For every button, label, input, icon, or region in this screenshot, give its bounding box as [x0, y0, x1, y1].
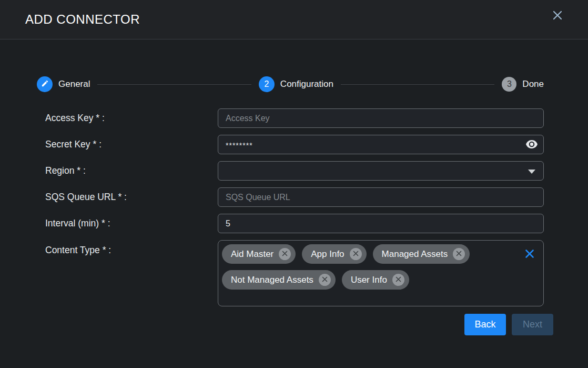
step-done: 3 Done: [502, 77, 544, 92]
step-configuration-label: Configuration: [280, 79, 333, 89]
chip-app-info: App Info: [302, 244, 366, 264]
close-button[interactable]: [550, 8, 565, 23]
step-general[interactable]: General: [37, 76, 90, 92]
access-key-label: Access Key * :: [45, 113, 218, 124]
step-configuration[interactable]: 2 Configuration: [259, 76, 333, 92]
region-label: Region * :: [45, 165, 218, 176]
remove-icon: [282, 250, 288, 258]
remove-chip-button[interactable]: [453, 248, 465, 260]
remove-icon: [396, 276, 401, 284]
close-icon: [552, 9, 563, 23]
modal-header: ADD CONNECTOR: [0, 0, 588, 39]
chip-managed-assets: Managed Assets: [373, 244, 470, 264]
step-done-label: Done: [522, 79, 544, 89]
wizard-footer: Back Next: [0, 314, 553, 335]
region-select[interactable]: [218, 161, 544, 181]
remove-icon: [353, 250, 359, 258]
clear-all-button[interactable]: [524, 248, 535, 260]
secret-key-field[interactable]: [218, 135, 544, 154]
content-type-row: Content Type * : Aid Master App Info: [0, 240, 588, 306]
remove-icon: [322, 276, 328, 284]
step-general-circle: [37, 76, 53, 92]
secret-key-label: Secret Key * :: [45, 139, 218, 150]
page-title: ADD CONNECTOR: [25, 12, 140, 27]
sqs-queue-url-field[interactable]: [218, 187, 544, 207]
sqs-queue-url-row: SQS Queue URL * :: [0, 187, 588, 207]
toggle-password-visibility-button[interactable]: [525, 138, 539, 151]
clear-all-icon: [524, 248, 535, 261]
chevron-down-icon: [528, 170, 535, 174]
interval-label: Interval (min) * :: [45, 218, 218, 229]
content-type-label: Content Type * :: [45, 240, 218, 256]
chip-label: Not Managed Assets: [231, 275, 313, 285]
remove-icon: [456, 250, 462, 258]
chip-label: Aid Master: [231, 249, 273, 260]
step-done-circle: 3: [502, 77, 516, 92]
pencil-icon: [41, 79, 49, 89]
chip-label: Managed Assets: [382, 249, 448, 260]
chip-label: App Info: [311, 249, 344, 260]
remove-chip-button[interactable]: [319, 274, 331, 286]
connector-config-form: Access Key * : Secret Key * : Region * :…: [0, 108, 588, 335]
chip-user-info: User Info: [342, 270, 409, 290]
stepper-connector: [341, 84, 494, 85]
content-type-chip-list: Aid Master App Info: [222, 244, 519, 290]
next-button[interactable]: Next: [512, 314, 553, 335]
interval-field[interactable]: [218, 214, 544, 233]
back-button[interactable]: Back: [464, 314, 506, 335]
step-general-label: General: [58, 79, 90, 89]
chip-aid-master: Aid Master: [222, 244, 296, 264]
wizard-stepper: General 2 Configuration 3 Done: [37, 76, 544, 92]
remove-chip-button[interactable]: [350, 248, 362, 260]
access-key-field[interactable]: [218, 108, 544, 128]
access-key-row: Access Key * :: [0, 108, 588, 128]
secret-key-row: Secret Key * :: [0, 135, 588, 154]
content-type-multiselect[interactable]: Aid Master App Info: [218, 240, 544, 306]
interval-row: Interval (min) * :: [0, 214, 588, 233]
region-row: Region * :: [0, 161, 588, 181]
step-configuration-circle: 2: [259, 76, 275, 92]
chip-label: User Info: [351, 275, 387, 285]
remove-chip-button[interactable]: [279, 248, 291, 260]
eye-icon: [525, 140, 538, 151]
sqs-queue-url-label: SQS Queue URL * :: [45, 192, 218, 203]
chip-not-managed-assets: Not Managed Assets: [222, 270, 336, 290]
remove-chip-button[interactable]: [392, 274, 404, 286]
stepper-connector: [97, 84, 251, 85]
